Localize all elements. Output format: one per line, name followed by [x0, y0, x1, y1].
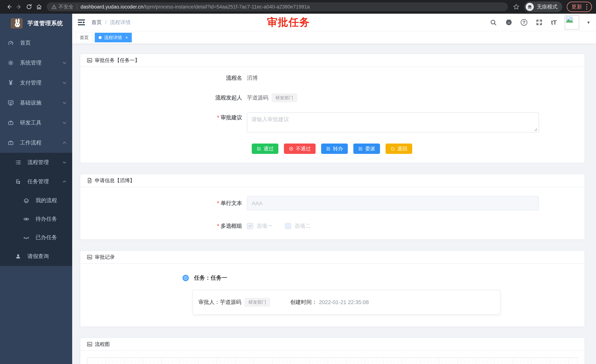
chevron-down-icon — [62, 80, 67, 86]
browser-menu-icon[interactable] — [586, 4, 587, 10]
card-header: 审批任务【任务一】 — [80, 54, 585, 67]
sidebar-item-devtools[interactable]: 研发工具 — [0, 113, 72, 133]
approver-value: 芋道源码 — [220, 298, 241, 306]
sidebar-item-label: 研发工具 — [20, 119, 41, 126]
sidebar-item-infrastructure[interactable]: 基础设施 — [0, 93, 72, 113]
collapse-sidebar-icon[interactable] — [77, 18, 86, 27]
approve-button[interactable]: 通过 — [252, 144, 278, 154]
gear-icon — [7, 59, 14, 66]
toolbox-icon — [7, 119, 14, 126]
initiator-row: 流程发起人 芋道源码 研发部门 — [80, 94, 585, 102]
process-name-row: 流程名 滔博 — [80, 74, 585, 82]
created-value: 2022-01-21 22:35:08 — [319, 299, 369, 305]
tab-home[interactable]: 首页 — [76, 33, 93, 42]
tab-process-detail[interactable]: 流程详情 × — [95, 33, 132, 42]
sidebar-item-label: 工作流程 — [20, 139, 41, 146]
top-navbar: 首页 / 流程详情 审批任务 ? tT ▾ — [72, 14, 596, 31]
checkbox-option-label: 选项一 — [257, 222, 273, 230]
card-title: 申请信息【滔博】 — [95, 177, 135, 184]
browser-toolbar: 不安全 dashboard.yudao.iocoder.cn /bpm/proc… — [0, 0, 596, 14]
home-icon[interactable] — [34, 2, 44, 12]
fullscreen-icon[interactable] — [536, 19, 543, 26]
chevron-down-icon — [62, 160, 67, 165]
sidebar-item-done-tasks[interactable]: 已办任务 — [0, 228, 72, 247]
dept-tag: 研发部门 — [272, 94, 297, 102]
transfer-button[interactable]: 转办 — [321, 144, 348, 154]
text-field-label: 单行文本 — [221, 200, 242, 206]
suggestion-label: 审批建议 — [221, 115, 242, 120]
face-icon — [23, 197, 30, 204]
single-line-text-input — [247, 196, 539, 211]
github-icon[interactable] — [505, 19, 513, 26]
chevron-down-icon — [62, 120, 67, 125]
card-header: 审批记录 — [80, 251, 585, 264]
page-annotation: 审批任务 — [267, 15, 310, 29]
avatar[interactable] — [565, 15, 579, 29]
chevron-down-icon — [62, 60, 67, 66]
update-label: 更新 — [571, 3, 582, 11]
breadcrumb-home[interactable]: 首页 — [91, 19, 102, 26]
sidebar-item-todo-tasks[interactable]: 待办任务 — [0, 210, 72, 228]
sidebar-item-leave-query[interactable]: 请假查询 — [0, 247, 72, 266]
initiator-label: 流程发起人 — [80, 94, 247, 102]
circle-close-icon — [289, 146, 294, 151]
screen: 不安全 dashboard.yudao.iocoder.cn /bpm/proc… — [0, 0, 596, 364]
tab-label: 流程详情 — [104, 35, 122, 41]
sidebar-item-home[interactable]: 首页 — [0, 33, 72, 53]
dashboard-icon — [7, 40, 14, 46]
required-mark: * — [217, 223, 219, 229]
application-info-card: 申请信息【滔博】 *单行文本 *多选框组 — [80, 174, 585, 240]
required-mark: * — [217, 115, 219, 120]
suggestion-row: *审批建议 — [80, 112, 585, 133]
edit-icon — [257, 146, 261, 151]
sidebar-item-process-mgmt[interactable]: 流程管理 — [0, 153, 72, 172]
help-icon[interactable]: ? — [521, 19, 527, 26]
sidebar-item-workflow[interactable]: 工作流程 — [0, 133, 72, 153]
incognito-icon — [526, 3, 534, 11]
eye-closed-icon — [23, 234, 30, 241]
sidebar-item-task-mgmt[interactable]: 任务管理 — [0, 172, 72, 191]
tab-close-icon[interactable]: × — [125, 35, 128, 40]
approval-task-card: 审批任务【任务一】 流程名 滔博 流程发起人 芋道源码 研发部门 — [80, 54, 585, 163]
app-title: 芋道管理系统 — [27, 19, 63, 27]
incognito-label: 无痕模式 — [537, 3, 558, 10]
sidebar-item-system[interactable]: 系统管理 — [0, 53, 72, 73]
delegate-button[interactable]: 委派 — [353, 144, 380, 154]
font-size-icon[interactable]: tT — [551, 19, 557, 26]
created-label: 创建时间： — [290, 298, 317, 306]
picture-icon — [87, 57, 93, 63]
tree-icon — [15, 178, 22, 185]
avatar-caret-icon[interactable]: ▾ — [587, 20, 590, 25]
sidebar-empty-area — [0, 266, 72, 364]
task-title: 任务：任务一 — [194, 274, 227, 282]
reject-button[interactable]: 不通过 — [284, 144, 316, 154]
security-label: 不安全 — [59, 4, 74, 10]
process-name-value: 滔博 — [247, 74, 258, 82]
bookmark-star-icon[interactable] — [513, 3, 520, 10]
sidebar-item-label: 任务管理 — [27, 178, 49, 185]
forward-icon[interactable] — [14, 2, 24, 12]
sidebar-item-label: 基础设施 — [20, 99, 41, 107]
resize-handle-icon[interactable] — [534, 128, 538, 132]
navbar-actions: ? tT ▾ — [490, 15, 590, 29]
tab-active-dot — [99, 36, 102, 39]
suggestion-textarea[interactable] — [247, 112, 539, 132]
checkbox-group-label: 多选框组 — [221, 223, 242, 229]
search-icon[interactable] — [490, 19, 497, 26]
sidebar-item-label: 首页 — [20, 39, 31, 47]
reload-icon[interactable] — [24, 2, 34, 12]
chevron-up-icon — [62, 140, 67, 145]
edit-icon — [326, 146, 331, 151]
sidebar-item-label: 我的流程 — [36, 197, 57, 204]
browser-update-button[interactable]: 更新 — [567, 2, 592, 12]
sidebar-item-my-process[interactable]: 我的流程 — [0, 191, 72, 210]
back-icon[interactable] — [4, 2, 14, 12]
bpmn-canvas[interactable] — [87, 357, 578, 364]
checkbox-group-row: *多选框组 选项一 选项二 — [80, 222, 585, 230]
person-icon — [15, 253, 22, 260]
return-button[interactable]: 退回 — [386, 144, 412, 154]
card-title: 流程图 — [95, 341, 110, 348]
sidebar-item-payment[interactable]: ¥ 支付管理 — [0, 73, 72, 93]
url-bar[interactable]: 不安全 dashboard.yudao.iocoder.cn /bpm/proc… — [47, 2, 508, 11]
sidebar-logo-row[interactable]: 芋道管理系统 — [0, 14, 72, 33]
